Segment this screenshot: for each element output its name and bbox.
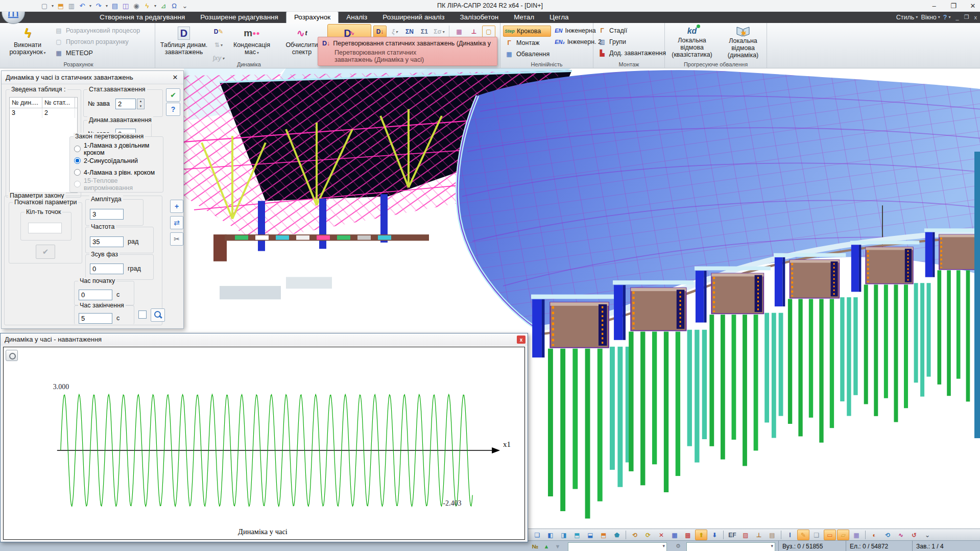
- time-start-input[interactable]: [79, 290, 112, 300]
- window-menu[interactable]: Вікно▾: [921, 14, 940, 21]
- orbit-model-icon[interactable]: ⟳: [642, 530, 654, 540]
- toolbar-overflow-icon[interactable]: ⌄: [921, 530, 934, 540]
- law-option-2[interactable]: 2-Синусоїдальний: [70, 155, 163, 166]
- loadcase-combo[interactable]: [568, 542, 667, 551]
- col-header-dyn[interactable]: № дин....: [10, 98, 42, 108]
- tool-combo[interactable]: [686, 542, 775, 551]
- preview-checkbox[interactable]: [138, 310, 147, 319]
- style-menu[interactable]: Стиль▾: [896, 14, 918, 21]
- amplitude-input[interactable]: [90, 209, 124, 220]
- dynamic-loads-table-button[interactable]: D Таблиця динам. завантажень: [158, 24, 210, 59]
- stages-button[interactable]: Γ Стадії: [596, 26, 667, 36]
- meteor-button[interactable]: ▦ МЕТЕОР: [53, 48, 141, 58]
- static-load-input[interactable]: [115, 99, 136, 109]
- step-method-button[interactable]: Step Крокова: [503, 26, 551, 37]
- flag-up-icon[interactable]: ⬆: [695, 530, 707, 540]
- frequency-input[interactable]: [90, 236, 124, 247]
- polygon-select-icon[interactable]: ▱: [837, 530, 849, 540]
- view-front-icon[interactable]: ◧: [544, 530, 557, 540]
- mass-spin-icon[interactable]: ⇅: [212, 39, 225, 51]
- pack-model-icon[interactable]: ◐: [868, 530, 880, 540]
- table-row[interactable]: 3 2: [10, 108, 77, 118]
- chart-close-icon[interactable]: x: [517, 336, 525, 344]
- points-count-input[interactable]: [28, 223, 62, 233]
- apply-initial-button[interactable]: ✔: [36, 245, 55, 259]
- tab-creation-editing[interactable]: Створення та редагування: [92, 11, 193, 23]
- copy-properties-icon[interactable]: ❑: [810, 530, 823, 540]
- result-curve-icon[interactable]: ∿: [895, 530, 907, 540]
- time-end-input[interactable]: [79, 313, 112, 324]
- static-load-spinner[interactable]: ▲▼: [137, 99, 145, 109]
- local-failure-dynamic-button[interactable]: Локальна відмова (динаміка): [719, 24, 768, 59]
- law-option-1[interactable]: 1-Ламана з довільним кроком: [70, 143, 163, 155]
- view-right-icon[interactable]: ⬓: [584, 530, 596, 540]
- calc-protocol-button[interactable]: ▢ Протокол розрахунку: [53, 37, 141, 47]
- support-reaction-icon[interactable]: ⊥: [467, 26, 481, 38]
- fragment-grid-icon[interactable]: ▦: [668, 530, 681, 540]
- run-calculation-button[interactable]: ϟ Виконати розрахунок: [5, 24, 51, 59]
- additional-loads-button[interactable]: ▙ Дод. завантаження: [596, 48, 667, 58]
- help-button[interactable]: ?: [166, 103, 180, 116]
- phase-input[interactable]: [90, 263, 124, 274]
- preview-magnifier-button[interactable]: [151, 308, 165, 322]
- loadcase-flag-icon[interactable]: №: [530, 542, 540, 551]
- tab-calculation[interactable]: Розрахунок: [286, 11, 339, 23]
- reset-load-icon[interactable]: ↺: [908, 530, 920, 540]
- minimize-button[interactable]: –: [930, 2, 938, 10]
- apply-button[interactable]: ✔: [166, 88, 180, 102]
- load-values-icon[interactable]: ▨: [739, 530, 752, 540]
- tab-advanced-analysis[interactable]: Розширений аналіз: [375, 11, 452, 23]
- groups-button[interactable]: ▥ Групи: [596, 37, 667, 47]
- mdi-restore-button[interactable]: ❐: [964, 14, 969, 20]
- local-failure-quasistatic-button[interactable]: kd Локальна відмова (квазістатика): [667, 24, 716, 59]
- calc-processor-button[interactable]: ▤ Розрахунковий процесор: [53, 26, 141, 36]
- rotate-model-icon[interactable]: ⟲: [629, 530, 641, 540]
- disable-rotate-icon[interactable]: ✕: [655, 530, 667, 540]
- tab-analysis[interactable]: Аналіз: [339, 11, 375, 23]
- tab-advanced-editing[interactable]: Розширене редагування: [193, 11, 286, 23]
- restore-button[interactable]: ❐: [949, 2, 958, 10]
- damping-icon[interactable]: ξ: [388, 26, 401, 38]
- mesh-plate-icon[interactable]: ▦: [850, 530, 863, 540]
- refresh-model-icon[interactable]: ⟲: [881, 530, 894, 540]
- law-option-15[interactable]: 15-Теплове випромінювання: [70, 178, 163, 190]
- edit-dynamic-load-icon[interactable]: D✎: [212, 26, 225, 38]
- add-row-button[interactable]: +: [170, 200, 183, 213]
- mdi-close-button[interactable]: x: [974, 14, 977, 20]
- view-top-icon[interactable]: ⬒: [597, 530, 610, 540]
- swap-button[interactable]: ⇄: [170, 216, 183, 229]
- tab-steel[interactable]: Метал: [506, 11, 542, 23]
- dialog-close-icon[interactable]: ✕: [171, 74, 179, 81]
- unfragment-grid-icon[interactable]: ▩: [682, 530, 694, 540]
- local-axes-icon[interactable]: ⊥: [753, 530, 765, 540]
- fragment-frame-icon[interactable]: ▢: [482, 26, 495, 38]
- rigid-body-icon[interactable]: ▤: [766, 530, 778, 540]
- cut-button[interactable]: ✂: [170, 232, 183, 246]
- sum-forces-icon[interactable]: ΣN: [403, 26, 416, 38]
- tool-icon[interactable]: ⚙: [673, 542, 683, 551]
- copy-view-icon[interactable]: ❏: [531, 530, 543, 540]
- sum-table-1-icon[interactable]: Σ1: [418, 26, 431, 38]
- montazh-nonlin-button[interactable]: Γ Монтаж: [503, 38, 551, 48]
- collapse-button[interactable]: ▦ Обвалення: [503, 49, 551, 59]
- mdi-minimize-button[interactable]: _: [956, 14, 959, 20]
- mass-condensation-button[interactable]: m●● Конденсація мас: [227, 24, 276, 59]
- col-header-stat[interactable]: № стат...: [42, 98, 75, 108]
- loadcase-up-icon[interactable]: ▲: [541, 542, 552, 551]
- tab-brick[interactable]: Цегла: [542, 11, 577, 23]
- loadcase-down-icon[interactable]: ▼: [553, 542, 563, 551]
- stiffness-icon[interactable]: I: [784, 530, 796, 540]
- view-isometric-icon[interactable]: ⬟: [611, 530, 623, 540]
- tab-reinforced-concrete[interactable]: Залізобетон: [452, 11, 506, 23]
- eraser-icon[interactable]: ▭: [824, 530, 836, 540]
- view-back-icon[interactable]: ◨: [558, 530, 570, 540]
- summary-table[interactable]: № дин.... № стат... 3 2: [9, 97, 78, 193]
- static-to-dynamic-button[interactable]: D↓: [373, 26, 387, 38]
- sum-sigma-icon[interactable]: Σσ: [433, 26, 446, 38]
- view-left-icon[interactable]: ⬒: [571, 530, 583, 540]
- close-button[interactable]: ✕: [969, 2, 977, 10]
- flag-down-icon[interactable]: ⬇: [708, 530, 721, 540]
- draw-mode-icon[interactable]: ✎: [797, 530, 809, 540]
- table-results-icon[interactable]: ▦: [452, 26, 466, 38]
- element-numbers-icon[interactable]: EF: [726, 530, 738, 540]
